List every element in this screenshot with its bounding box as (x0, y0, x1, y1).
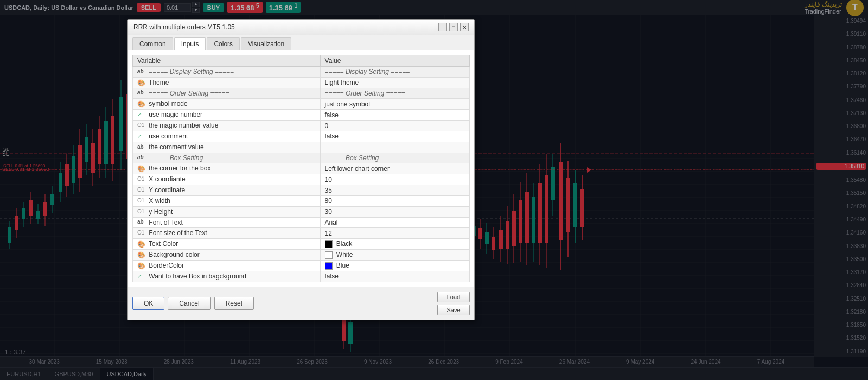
row-variable: O1 the magic number value (133, 121, 321, 131)
table-row[interactable]: ↗ use magic number false (133, 110, 470, 121)
row-variable: 🎨 Background color (133, 250, 321, 261)
table-row[interactable]: 🎨 Text Color Black (133, 239, 470, 250)
row-value: ===== Box Setting ===== (320, 153, 469, 163)
row-icon: 🎨 (137, 165, 145, 173)
table-row[interactable]: 🎨 Background color White (133, 250, 470, 261)
row-value[interactable]: 35 (320, 185, 469, 196)
table-row[interactable]: 🎨 Theme Light theme (133, 77, 470, 88)
row-value[interactable]: false (320, 131, 469, 142)
row-icon: O1 (137, 198, 145, 205)
reset-button[interactable]: Reset (214, 297, 254, 310)
dialog-body: Variable Value ab ===== Display Setting … (128, 50, 474, 287)
save-button[interactable]: Save (437, 305, 470, 315)
tab-colors[interactable]: Colors (207, 37, 240, 50)
row-icon: 🎨 (137, 79, 145, 87)
col-value: Value (320, 55, 469, 67)
row-variable: O1 X width (133, 195, 321, 206)
row-value: ===== Display Setting ===== (320, 67, 469, 78)
row-icon: O1 (137, 208, 145, 216)
table-row[interactable]: O1 the magic number value 0 (133, 121, 470, 131)
row-variable: 🎨 BorderColor (133, 260, 321, 271)
row-variable: O1 y Height (133, 206, 321, 217)
row-variable: ab the comment value (133, 142, 321, 153)
table-row[interactable]: ab ===== Box Setting ===== ===== Box Set… (133, 153, 470, 163)
row-variable: O1 X coordiante (133, 174, 321, 185)
table-row[interactable]: 🎨 the corner for the box Left lower char… (133, 163, 470, 174)
table-row[interactable]: ab ===== Order Setting ===== ===== Order… (133, 88, 470, 99)
row-variable: ab ===== Display Setting ===== (133, 67, 321, 78)
row-value: ===== Order Setting ===== (320, 88, 469, 99)
dialog-titlebar[interactable]: RRR with multiple orders MT5 1.05 – □ ✕ (128, 20, 474, 35)
row-icon: ab (137, 219, 145, 226)
row-icon: O1 (137, 230, 145, 237)
row-variable: ↗ Want to have Box in bagckground (133, 271, 321, 282)
cancel-button[interactable]: Cancel (168, 297, 210, 310)
color-swatch (325, 240, 333, 248)
row-icon: O1 (137, 176, 145, 183)
params-table: Variable Value ab ===== Display Setting … (132, 55, 470, 282)
row-value[interactable]: false (320, 271, 469, 282)
table-row[interactable]: ↗ use comment false (133, 131, 470, 142)
modal-overlay: RRR with multiple orders MT5 1.05 – □ ✕ … (0, 0, 868, 380)
row-icon: O1 (137, 187, 145, 194)
row-variable: ↗ use magic number (133, 110, 321, 121)
row-icon: 🎨 (137, 251, 145, 259)
row-value[interactable]: Left lower chart corner (320, 163, 469, 174)
row-icon: 🎨 (137, 100, 145, 108)
row-variable: ab ===== Order Setting ===== (133, 88, 321, 99)
row-variable: O1 Font size of the Text (133, 228, 321, 239)
row-value[interactable] (320, 142, 469, 153)
dialog-minimize-button[interactable]: – (438, 23, 447, 31)
table-row[interactable]: O1 Font size of the Text 12 (133, 228, 470, 239)
row-value[interactable]: 10 (320, 174, 469, 185)
col-variable: Variable (133, 55, 321, 67)
row-variable: ab Font of Text (133, 217, 321, 228)
dialog-maximize-button[interactable]: □ (449, 23, 458, 31)
row-icon: ab (137, 144, 145, 151)
table-row[interactable]: O1 y Height 30 (133, 206, 470, 217)
table-row[interactable]: 🎨 BorderColor Blue (133, 260, 470, 271)
table-row[interactable]: O1 X coordiante 10 (133, 174, 470, 185)
dialog-footer: OK Cancel Reset Load Save (128, 287, 474, 320)
table-row[interactable]: ab Font of Text Arial (133, 217, 470, 228)
row-variable: 🎨 the corner for the box (133, 163, 321, 174)
tab-common[interactable]: Common (132, 37, 173, 50)
row-value[interactable]: false (320, 110, 469, 121)
row-icon: 🎨 (137, 240, 145, 248)
table-row[interactable]: O1 Y coordinate 35 (133, 185, 470, 196)
row-value[interactable]: Arial (320, 217, 469, 228)
row-value[interactable]: 30 (320, 206, 469, 217)
tab-inputs[interactable]: Inputs (174, 37, 206, 50)
dialog: RRR with multiple orders MT5 1.05 – □ ✕ … (127, 19, 475, 320)
row-variable: ↗ use comment (133, 131, 321, 142)
row-color-value[interactable]: Black (320, 239, 469, 250)
table-row[interactable]: 🎨 symbol mode just one symbol (133, 99, 470, 110)
row-value[interactable]: 0 (320, 121, 469, 131)
row-color-value[interactable]: Blue (320, 260, 469, 271)
dialog-controls: – □ ✕ (438, 23, 469, 31)
dialog-close-button[interactable]: ✕ (460, 23, 469, 31)
tab-visualization[interactable]: Visualization (241, 37, 291, 50)
row-variable: ab ===== Box Setting ===== (133, 153, 321, 163)
row-icon: 🎨 (137, 262, 145, 270)
table-row[interactable]: O1 X width 80 (133, 195, 470, 206)
row-variable: O1 Y coordinate (133, 185, 321, 196)
row-icon: ↗ (137, 273, 145, 281)
table-row[interactable]: ab ===== Display Setting ===== ===== Dis… (133, 67, 470, 78)
row-value[interactable]: 12 (320, 228, 469, 239)
row-icon: O1 (137, 122, 145, 130)
dialog-title: RRR with multiple orders MT5 1.05 (133, 23, 235, 31)
row-color-value[interactable]: White (320, 250, 469, 261)
ok-button[interactable]: OK (132, 297, 164, 310)
row-variable: 🎨 Theme (133, 77, 321, 88)
table-row[interactable]: ↗ Want to have Box in bagckground false (133, 271, 470, 282)
row-value[interactable]: just one symbol (320, 99, 469, 110)
row-icon: ab (137, 154, 145, 162)
load-button[interactable]: Load (437, 292, 470, 302)
table-row[interactable]: ab the comment value (133, 142, 470, 153)
color-swatch (325, 262, 333, 270)
row-icon: ab (137, 90, 145, 97)
row-value[interactable]: Light theme (320, 77, 469, 88)
row-value[interactable]: 80 (320, 195, 469, 206)
row-icon: ↗ (137, 133, 145, 141)
